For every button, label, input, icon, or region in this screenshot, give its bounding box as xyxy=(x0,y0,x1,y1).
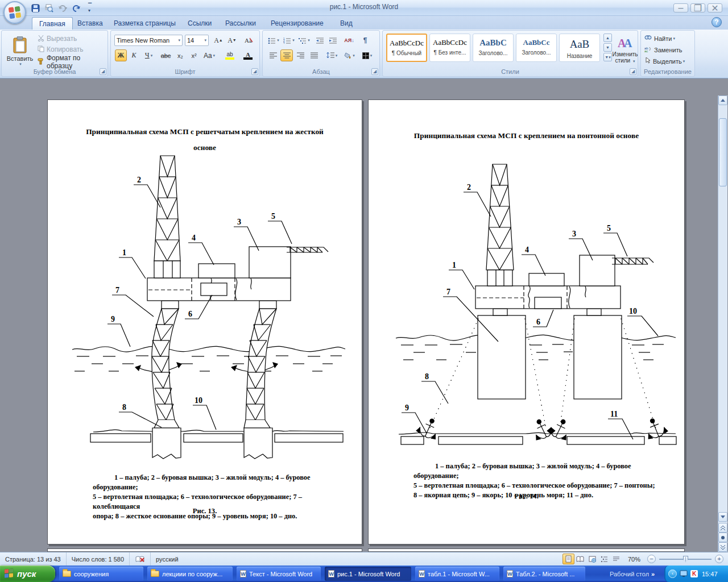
word-document-icon: W xyxy=(240,570,246,577)
tab-glavnaya[interactable]: Главная xyxy=(32,17,73,30)
paste-button[interactable]: Вставить ▾ xyxy=(5,33,35,69)
shading-button[interactable]: ▾ xyxy=(342,49,357,61)
display-tray-icon[interactable] xyxy=(680,570,688,577)
increase-indent-button[interactable] xyxy=(327,35,339,46)
tab-rassylki[interactable]: Рассылки xyxy=(218,17,263,30)
previous-page-button[interactable] xyxy=(718,523,727,533)
bold-button[interactable]: Ж xyxy=(115,49,127,61)
desktop-toolbar[interactable]: Рабочий стол » xyxy=(610,566,655,582)
tab-vid[interactable]: Вид xyxy=(333,17,359,30)
shrink-font-button[interactable]: A▼ xyxy=(226,35,238,46)
style-obychny[interactable]: AaBbCcDc ¶ Обычный xyxy=(386,34,427,62)
print-layout-view-button[interactable] xyxy=(562,554,574,564)
sort-button[interactable]: АЯ↓ xyxy=(342,35,356,46)
justify-button[interactable] xyxy=(308,49,320,61)
taskbar-item-tekst[interactable]: W Текст - Microsoft Word xyxy=(237,567,321,581)
zoom-in-button[interactable]: + xyxy=(715,555,723,563)
language-indicator[interactable]: русский xyxy=(151,552,183,566)
clear-formatting-button[interactable]: Aa xyxy=(242,35,255,46)
find-button[interactable]: Найти▾ xyxy=(644,34,676,43)
underline-button[interactable]: Ч▾ xyxy=(141,49,156,61)
change-styles-button[interactable]: AA Изменить стили ▾ xyxy=(614,33,636,68)
align-center-icon xyxy=(283,52,291,59)
scroll-down-button[interactable] xyxy=(718,512,727,522)
help-icon[interactable]: ? xyxy=(712,17,722,27)
hide-icons-button[interactable]: ‹ xyxy=(668,569,677,578)
taskbar-item-lekcii[interactable]: лекциии по сооруж... xyxy=(147,567,233,581)
show-marks-button[interactable]: ¶ xyxy=(359,35,371,46)
numbering-button[interactable]: 123▾ xyxy=(282,35,296,46)
align-center-button[interactable] xyxy=(280,49,293,61)
styles-scroll-up[interactable]: ▲ xyxy=(603,34,612,42)
cut-button[interactable]: Вырезать xyxy=(37,34,77,43)
font-family-combobox[interactable]: Times New Roman▾ xyxy=(114,35,183,46)
select-browse-object-button[interactable] xyxy=(718,533,727,542)
copy-button[interactable]: Копировать xyxy=(37,45,84,54)
paragraph-dialog-launcher[interactable]: ◢ xyxy=(371,68,378,75)
align-left-button[interactable] xyxy=(267,49,279,61)
change-case-button[interactable]: Aa▾ xyxy=(201,49,217,61)
close-button[interactable]: ✕ xyxy=(708,3,722,13)
minimize-button[interactable]: – xyxy=(673,3,688,13)
format-painter-button[interactable]: Формат по образцу xyxy=(37,57,107,66)
zoom-level[interactable]: 70% xyxy=(622,552,643,566)
font-size-combobox[interactable]: 14▾ xyxy=(185,35,209,46)
style-zagolovok2[interactable]: AaBbCc Заголово... xyxy=(516,34,557,62)
strikethrough-button[interactable]: abc xyxy=(159,49,173,61)
zoom-slider-track[interactable] xyxy=(659,559,712,560)
office-button[interactable] xyxy=(3,1,26,24)
styles-gallery-expand[interactable]: ▼▾ xyxy=(603,53,612,61)
scroll-up-button[interactable] xyxy=(718,95,727,105)
document-page-2[interactable]: Принципиальная схема МСП с креплением на… xyxy=(368,99,685,544)
replace-icon: abac xyxy=(644,46,652,53)
next-page-button[interactable] xyxy=(718,542,727,552)
helideck xyxy=(287,247,328,252)
line-spacing-button[interactable]: ▾ xyxy=(324,49,340,61)
start-button[interactable]: пуск xyxy=(0,566,55,582)
proofing-status[interactable] xyxy=(130,552,151,566)
figure-label-4: 4 xyxy=(525,246,529,254)
font-dialog-launcher[interactable]: ◢ xyxy=(251,68,258,75)
style-zagolovok1[interactable]: AaBbC Заголово... xyxy=(473,34,514,62)
taskbar-item-sooruzheniya[interactable]: сооружения xyxy=(59,567,143,581)
restore-button[interactable]: ❐ xyxy=(690,3,705,13)
subscript-button[interactable]: x₂ xyxy=(174,49,187,61)
font-color-button[interactable]: А xyxy=(239,49,257,61)
taskbar-clock[interactable]: 15:47 xyxy=(702,571,718,577)
italic-button[interactable]: К xyxy=(128,49,140,61)
document-page-1[interactable]: Принципиальная схема МСП с решетчатым кр… xyxy=(47,99,362,544)
tab-recenzirovanie[interactable]: Рецензирование xyxy=(264,17,330,30)
borders-button[interactable]: ▾ xyxy=(359,49,375,61)
antivirus-tray-icon[interactable]: K xyxy=(690,570,698,577)
taskbar-item-tabl1[interactable]: W табл.1 - Microsoft W... xyxy=(415,567,499,581)
tab-vstavka[interactable]: Вставка xyxy=(71,17,110,30)
select-button[interactable]: Выделить▾ xyxy=(644,56,685,66)
multilevel-list-button[interactable]: ▾ xyxy=(297,35,311,46)
web-layout-view-button[interactable] xyxy=(586,554,598,564)
bullets-button[interactable]: ▾ xyxy=(267,35,280,46)
style-bez-intervala[interactable]: AaBbCcDc ¶ Без инте... xyxy=(429,34,470,62)
align-right-button[interactable] xyxy=(294,49,307,61)
page-number-indicator[interactable]: Страница: 13 из 43 xyxy=(0,552,67,566)
outline-view-button[interactable] xyxy=(598,554,610,564)
highlight-color-button[interactable]: ab xyxy=(221,49,238,61)
taskbar-item-ris1-active[interactable]: W рис.1 - Microsoft Word xyxy=(325,567,411,581)
taskbar-item-tabl2[interactable]: W Табл.2. - Microsoft ... xyxy=(503,567,585,581)
replace-button[interactable]: abac Заменить xyxy=(644,45,682,55)
superscript-button[interactable]: x² xyxy=(188,49,200,61)
vertical-scrollbar[interactable] xyxy=(718,95,727,552)
toolbar-chevron-icon[interactable]: » xyxy=(651,571,655,577)
styles-dialog-launcher[interactable]: ◢ xyxy=(630,68,636,75)
styles-scroll-down[interactable]: ▼ xyxy=(603,43,612,52)
tab-razmetka[interactable]: Разметка страницы xyxy=(107,17,183,30)
grow-font-button[interactable]: A▲ xyxy=(212,35,225,46)
fullscreen-reading-view-button[interactable] xyxy=(574,554,586,564)
scroll-thumb[interactable] xyxy=(719,118,727,186)
tab-ssylki[interactable]: Ссылки xyxy=(181,17,218,30)
zoom-out-button[interactable]: − xyxy=(647,555,656,563)
clipboard-dialog-launcher[interactable]: ◢ xyxy=(100,68,106,75)
draft-view-button[interactable] xyxy=(610,554,622,564)
decrease-indent-button[interactable] xyxy=(314,35,326,46)
style-nazvanie[interactable]: АаВ Название xyxy=(559,34,600,62)
word-count-indicator[interactable]: Число слов: 1 580 xyxy=(67,552,130,566)
